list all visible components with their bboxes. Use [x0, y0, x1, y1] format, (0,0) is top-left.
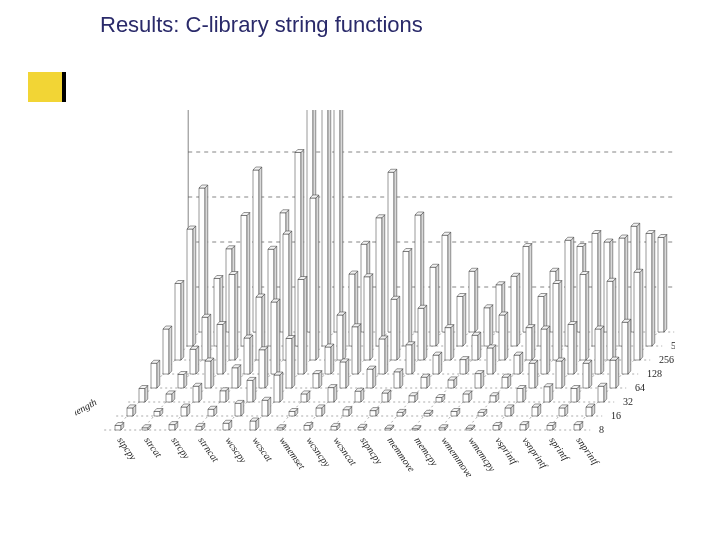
- svg-marker-377: [262, 400, 268, 416]
- svg-marker-350: [517, 389, 523, 403]
- svg-marker-353: [544, 387, 550, 402]
- svg-marker-306: [616, 357, 619, 388]
- svg-marker-434: [277, 428, 283, 430]
- svg-marker-93: [193, 226, 196, 346]
- svg-marker-39: [205, 185, 208, 332]
- svg-marker-413: [586, 407, 592, 416]
- svg-marker-356: [571, 389, 577, 403]
- svg-marker-195: [613, 278, 616, 360]
- svg-marker-224: [379, 339, 385, 374]
- svg-marker-303: [589, 360, 592, 388]
- svg-marker-455: [466, 428, 472, 430]
- svg-marker-293: [502, 377, 508, 388]
- svg-text:string length: string length: [75, 396, 98, 430]
- svg-marker-425: [196, 426, 202, 430]
- svg-marker-192: [586, 272, 589, 361]
- svg-marker-98: [241, 216, 247, 347]
- svg-marker-210: [250, 335, 253, 374]
- accent-bar: [28, 72, 62, 102]
- svg-marker-218: [325, 347, 331, 374]
- svg-marker-270: [292, 336, 295, 389]
- svg-marker-365: [154, 412, 160, 417]
- svg-marker-144: [652, 231, 655, 347]
- svg-marker-153: [235, 272, 238, 361]
- svg-marker-317: [220, 391, 226, 402]
- svg-marker-150: [208, 314, 211, 360]
- svg-text:memcpy: memcpy: [412, 435, 440, 469]
- svg-marker-161: [310, 198, 316, 360]
- svg-text:8: 8: [599, 424, 604, 435]
- svg-marker-240: [520, 352, 523, 374]
- page-title: Results: C-library string functions: [100, 12, 423, 38]
- svg-marker-174: [424, 305, 427, 360]
- svg-marker-209: [244, 338, 250, 374]
- svg-marker-380: [289, 412, 295, 417]
- svg-marker-152: [229, 275, 235, 361]
- svg-marker-297: [535, 360, 538, 388]
- svg-marker-143: [646, 234, 652, 347]
- svg-marker-371: [208, 409, 214, 416]
- svg-marker-216: [304, 277, 307, 375]
- svg-marker-461: [520, 425, 526, 430]
- svg-text:wcscat: wcscat: [250, 435, 275, 464]
- svg-marker-237: [493, 345, 496, 374]
- svg-marker-198: [640, 269, 643, 360]
- svg-marker-419: [142, 428, 148, 430]
- svg-marker-263: [232, 368, 238, 388]
- svg-text:snprintf: snprintf: [574, 435, 602, 468]
- svg-marker-222: [358, 324, 361, 374]
- svg-marker-182: [499, 315, 505, 360]
- svg-marker-281: [394, 372, 400, 388]
- svg-marker-269: [286, 339, 292, 389]
- svg-marker-147: [181, 281, 184, 361]
- svg-marker-428: [223, 423, 229, 430]
- svg-marker-108: [328, 110, 331, 346]
- svg-marker-344: [463, 394, 469, 402]
- svg-marker-383: [316, 408, 322, 416]
- svg-marker-422: [169, 425, 175, 430]
- svg-marker-200: [163, 329, 169, 374]
- svg-text:strcat: strcat: [142, 435, 164, 460]
- svg-text:wcsncpy: wcsncpy: [304, 435, 333, 470]
- svg-text:strncat: strncat: [196, 435, 221, 464]
- svg-marker-272: [313, 374, 319, 388]
- svg-marker-431: [250, 421, 256, 430]
- slide: Results: C-library string functions 1002…: [0, 0, 720, 540]
- svg-marker-164: [337, 315, 343, 360]
- svg-marker-305: [610, 360, 616, 388]
- svg-marker-162: [316, 195, 319, 360]
- svg-marker-120: [436, 264, 439, 346]
- svg-marker-113: [376, 218, 382, 346]
- svg-marker-65: [442, 235, 448, 332]
- svg-marker-242: [541, 329, 547, 374]
- svg-marker-122: [457, 297, 463, 347]
- chart-svg: 100200300400500% overheadstpcpystrcatstr…: [75, 110, 675, 500]
- svg-marker-92: [187, 229, 193, 346]
- svg-marker-284: [421, 377, 427, 388]
- svg-marker-171: [397, 296, 400, 360]
- svg-marker-321: [253, 377, 256, 402]
- svg-marker-206: [217, 325, 223, 375]
- svg-marker-89: [658, 238, 664, 333]
- svg-marker-416: [115, 426, 121, 431]
- svg-marker-290: [475, 374, 481, 388]
- svg-marker-278: [367, 369, 373, 388]
- svg-marker-189: [559, 281, 562, 361]
- svg-marker-341: [436, 398, 442, 403]
- svg-marker-167: [364, 277, 370, 360]
- svg-marker-443: [358, 427, 364, 430]
- svg-text:sprintf: sprintf: [547, 435, 572, 464]
- svg-marker-227: [406, 345, 412, 374]
- svg-marker-359: [598, 386, 604, 402]
- svg-marker-149: [202, 317, 208, 360]
- svg-marker-231: [439, 352, 442, 374]
- svg-text:wmemset: wmemset: [277, 435, 307, 472]
- svg-marker-186: [532, 325, 535, 360]
- overhead-3d-chart: 100200300400500% overheadstpcpystrcatstr…: [75, 110, 675, 500]
- svg-marker-275: [340, 362, 346, 388]
- svg-marker-125: [484, 308, 490, 346]
- svg-marker-126: [490, 305, 493, 346]
- svg-marker-248: [595, 329, 601, 374]
- svg-marker-183: [505, 312, 508, 360]
- svg-marker-392: [397, 412, 403, 416]
